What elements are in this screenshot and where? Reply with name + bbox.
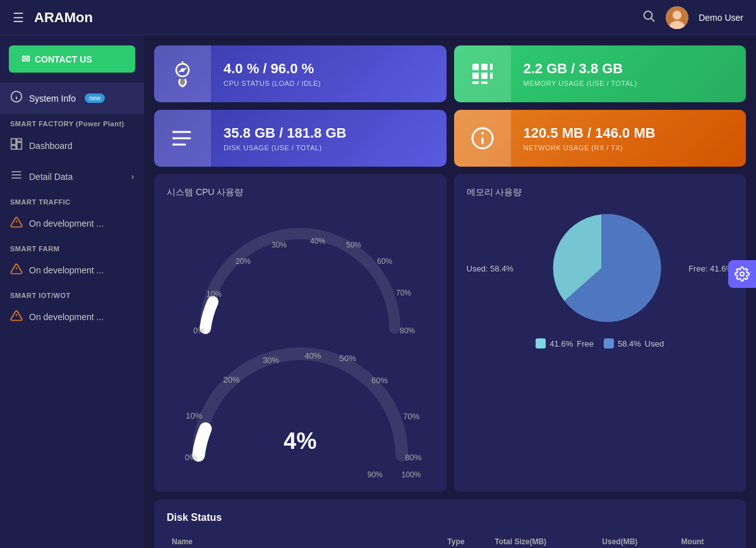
detail-data-icon <box>10 169 23 184</box>
user-name: Demo User <box>699 13 743 23</box>
svg-text:0%: 0% <box>185 453 197 462</box>
detail-data-label: Detail Data <box>29 172 73 182</box>
sidebar: ✉ CONTACT US System Info new SMART FACTO… <box>0 35 144 548</box>
memory-stat-card: 2.2 GB / 3.8 GB MEMORY USAGE (USE / TOTA… <box>454 45 747 102</box>
svg-text:40%: 40% <box>310 237 325 246</box>
section-farm: SMART FARM <box>0 239 144 255</box>
svg-text:70%: 70% <box>396 289 411 297</box>
disk-status-title: Disk Status <box>167 512 733 523</box>
traffic-warning-icon <box>10 216 23 231</box>
search-icon[interactable] <box>642 9 656 26</box>
dashboard-label: Dashboard <box>29 141 73 151</box>
svg-point-0 <box>644 11 652 20</box>
memory-chart-title: 메모리 사용량 <box>467 187 734 198</box>
pie-container: Used: 58.4% Free: 41.6% <box>467 208 734 328</box>
memory-icon-box <box>454 45 511 102</box>
cpu-label: CPU STATUS (LOAD / IDLE) <box>224 80 321 87</box>
dashboard-icon <box>10 138 23 153</box>
system-info-label: System Info <box>29 93 76 104</box>
svg-point-3 <box>673 11 681 20</box>
contact-us-button[interactable]: ✉ CONTACT US <box>9 45 135 73</box>
memory-chart-card: 메모리 사용량 Used: 58.4% F <box>454 174 747 492</box>
sidebar-item-dashboard[interactable]: Dashboard <box>0 130 144 161</box>
svg-rect-10 <box>11 146 16 150</box>
disk-table-head: Name Type Total Size(MB) Used(MB) Mount <box>167 533 733 548</box>
chevron-right-icon: › <box>131 172 134 181</box>
svg-text:50%: 50% <box>346 241 361 249</box>
sidebar-item-detail-data[interactable]: Detail Data › <box>0 161 144 192</box>
cpu-value: 4.0 % / 96.0 % <box>224 61 321 77</box>
svg-text:80%: 80% <box>401 326 416 335</box>
free-dot <box>536 338 546 348</box>
gauge-svg: 0% 10% 20% 30% 40% 50% 60% 70% 80% 80% <box>180 208 420 347</box>
gauge-label-90: 90% <box>368 470 383 479</box>
svg-rect-8 <box>11 139 16 145</box>
memory-stat-info: 2.2 GB / 3.8 GB MEMORY USAGE (USE / TOTA… <box>511 51 650 97</box>
info-icon <box>10 90 23 106</box>
svg-line-1 <box>651 18 654 21</box>
disk-stat-card: 35.8 GB / 181.8 GB DISK USAGE (USE / TOT… <box>154 110 447 167</box>
disk-stat-info: 35.8 GB / 181.8 GB DISK USAGE (USE / TOT… <box>211 115 359 162</box>
col-header-used: Used(MB) <box>597 533 676 548</box>
col-header-total: Total Size(MB) <box>489 533 597 548</box>
legend-free-text: Free <box>577 339 594 348</box>
main-content: 4.0 % / 96.0 % CPU STATUS (LOAD / IDLE) <box>144 35 756 548</box>
svg-rect-28 <box>472 73 479 79</box>
app-title: ARAMon <box>34 9 642 26</box>
svg-rect-30 <box>490 73 493 79</box>
cpu-chart-card: 시스템 CPU 사용량 0% 10% 20% 30% 40% 50% <box>154 174 447 492</box>
hamburger-icon[interactable]: ☰ <box>13 10 24 25</box>
sidebar-item-farm-dev[interactable]: On development ... <box>0 255 144 285</box>
section-traffic: SMART TRAFFIC <box>0 192 144 208</box>
disk-table: Name Type Total Size(MB) Used(MB) Mount … <box>167 533 733 548</box>
svg-text:20%: 20% <box>224 375 241 384</box>
svg-text:30%: 30% <box>272 241 287 249</box>
svg-text:40%: 40% <box>304 351 321 360</box>
settings-fab[interactable] <box>728 260 756 288</box>
col-header-type: Type <box>442 533 489 548</box>
sidebar-item-system-info[interactable]: System Info new <box>0 83 144 114</box>
svg-rect-11 <box>17 143 22 150</box>
farm-warning-icon <box>10 263 23 278</box>
svg-text:50%: 50% <box>340 354 357 363</box>
header-actions: Demo User <box>642 6 743 29</box>
legend-used: 58.4% Used <box>604 338 664 348</box>
cpu-gauge: 0% 10% 20% 30% 40% 50% 60% 70% 80% 80% <box>167 208 434 347</box>
cpu-icon-box <box>154 45 211 102</box>
sidebar-item-traffic-dev[interactable]: On development ... <box>0 208 144 239</box>
svg-text:10%: 10% <box>186 411 203 420</box>
main-layout: ✉ CONTACT US System Info new SMART FACTO… <box>0 35 756 548</box>
avatar <box>666 6 688 29</box>
legend-used-pct: 58.4% <box>618 339 641 348</box>
free-label: Free: 41.6% <box>688 264 733 273</box>
pie-labels-right: Free: 41.6% <box>688 264 733 273</box>
svg-rect-25 <box>472 64 479 70</box>
svg-rect-27 <box>490 64 493 70</box>
disk-label: DISK USAGE (USE / TOTAL) <box>224 144 346 152</box>
used-dot <box>604 338 614 348</box>
legend-free: 41.6% Free <box>536 338 594 348</box>
network-label: NETWORK USAGE (RX / TX) <box>524 144 656 152</box>
network-icon-box <box>454 110 511 167</box>
svg-text:30%: 30% <box>263 355 280 365</box>
disk-value: 35.8 GB / 181.8 GB <box>224 125 346 141</box>
svg-rect-31 <box>472 81 479 84</box>
farm-dev-label: On development ... <box>29 265 104 275</box>
pie-legend: 41.6% Free 58.4% Used <box>467 338 734 348</box>
col-header-name: Name <box>167 533 442 548</box>
gauge-label-100: 100% <box>402 470 421 479</box>
svg-text:0%: 0% <box>194 326 205 335</box>
envelope-icon: ✉ <box>21 53 30 65</box>
new-badge: new <box>85 93 105 103</box>
gear-icon <box>735 266 750 282</box>
svg-text:4%: 4% <box>284 428 316 454</box>
section-iot: SMART IOT/WOT <box>0 285 144 302</box>
svg-point-38 <box>172 143 175 146</box>
svg-point-37 <box>172 137 175 140</box>
svg-text:80%: 80% <box>405 453 422 462</box>
legend-free-pct: 41.6% <box>549 339 573 348</box>
legend-used-text: Used <box>645 339 664 348</box>
sidebar-item-iot-dev[interactable]: On development ... <box>0 302 144 332</box>
charts-row: 시스템 CPU 사용량 0% 10% 20% 30% 40% 50% <box>154 174 746 492</box>
svg-text:60%: 60% <box>371 376 388 385</box>
